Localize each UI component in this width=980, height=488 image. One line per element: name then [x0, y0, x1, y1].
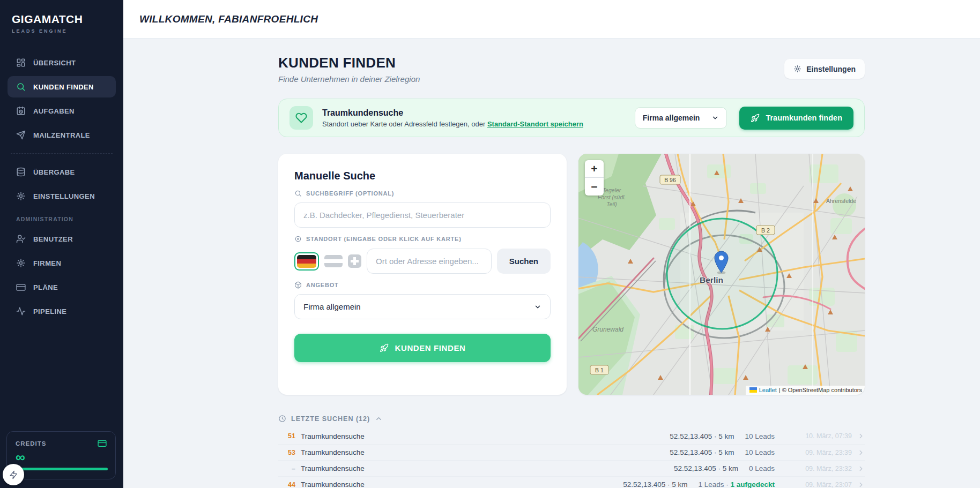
zoom-in-button[interactable]: +	[585, 160, 604, 178]
country-flag-switzerland[interactable]	[348, 254, 361, 268]
leaflet-link[interactable]: Leaflet	[759, 387, 777, 393]
sidebar-item-label: ÜBERGABE	[33, 168, 75, 176]
admin-section-label: ADMINISTRATION	[0, 209, 123, 226]
search-date: 10. März, 07:39	[786, 432, 852, 440]
search-date: 09. März, 23:32	[786, 465, 852, 472]
offer-select-value: Firma allgemein	[303, 302, 361, 311]
sidebar-nav: ÜBERSICHT KUNDEN FINDEN AUFGABEN MAILZEN…	[0, 52, 123, 322]
svg-text:B 2: B 2	[761, 227, 770, 234]
row-open-button[interactable]	[857, 481, 865, 488]
country-flag-germany[interactable]	[294, 252, 319, 271]
manual-search-title: Manuelle Suche	[294, 170, 551, 182]
search-leads: 10 Leads	[745, 448, 775, 456]
location-input[interactable]	[367, 249, 492, 274]
germany-flag-icon	[297, 255, 316, 268]
offer-select[interactable]: Firma allgemein	[294, 294, 551, 319]
gear-icon	[793, 65, 801, 73]
credit-card-icon	[98, 439, 107, 448]
activity-icon	[16, 306, 26, 316]
kunden-finden-button[interactable]: KUNDEN FINDEN	[294, 334, 551, 362]
settings-button-label: Einstellungen	[806, 65, 856, 73]
settings-button[interactable]: Einstellungen	[784, 59, 865, 79]
search-coords: 52.52,13.405 · 5 km	[670, 448, 734, 456]
banner-offer-select[interactable]: Firma allgemein	[635, 107, 727, 129]
banner-offer-select-value: Firma allgemein	[643, 114, 700, 122]
search-leads: 10 Leads	[745, 432, 775, 440]
recent-searches-header: LETZTE SUCHEN (12)	[278, 415, 865, 423]
country-flag-austria[interactable]	[324, 255, 343, 267]
recent-search-row[interactable]: 53 Traumkundensuche 52.52,13.405 · 5 km …	[278, 444, 865, 460]
recent-searches-title: LETZTE SUCHEN (12)	[291, 415, 370, 423]
zoom-out-button[interactable]: −	[585, 178, 604, 196]
chevron-down-icon	[711, 114, 719, 122]
search-icon	[294, 190, 302, 197]
map-label-ahrensfelde: Ahrensfelde	[826, 198, 856, 204]
welcome-message: WILLKOMMEN, FABIANFROEHLICH	[139, 13, 318, 25]
map-attribution: Leaflet | © OpenStreetMap contributors	[746, 386, 865, 395]
sidebar-item-firmen[interactable]: FIRMEN	[8, 252, 116, 274]
sidebar-item-uebergabe[interactable]: ÜBERGABE	[8, 161, 116, 183]
leads-count-badge: 53	[278, 449, 295, 456]
sidebar-item-aufgaben[interactable]: AUFGABEN	[8, 100, 116, 122]
search-coords: 52.52,13.405 · 5 km	[670, 432, 734, 440]
manual-search-card: Manuelle Suche SUCHBEGRIFF (OPTIONAL) ST…	[278, 154, 567, 395]
credit-card-icon	[16, 282, 26, 292]
row-open-button[interactable]	[857, 465, 865, 472]
chevron-right-icon	[857, 449, 865, 456]
sidebar-item-benutzer[interactable]: BENUTZER	[8, 228, 116, 250]
main-area: KUNDEN FINDEN Finde Unternehmen in deine…	[123, 39, 980, 488]
sidebar-item-uebersicht[interactable]: ÜBERSICHT	[8, 52, 116, 73]
user-check-icon	[16, 234, 26, 244]
sidebar-item-einstellungen[interactable]: EINSTELLUNGEN	[8, 185, 116, 207]
sidebar-item-plaene[interactable]: PLÄNE	[8, 276, 116, 298]
banner-subtitle-text: Standort ueber Karte oder Adressfeld fes…	[322, 120, 487, 128]
location-search-button[interactable]: Suchen	[497, 249, 551, 274]
sidebar-item-label: KUNDEN FINDEN	[33, 83, 94, 91]
package-icon	[294, 281, 302, 289]
top-bar: WILLKOMMEN, FABIANFROEHLICH	[123, 0, 980, 39]
search-leads: 0 Leads	[749, 464, 775, 472]
recent-search-row[interactable]: 44 Traumkundensuche 52.52,13.405 · 5 km …	[278, 476, 865, 488]
search-leads-revealed: 1 aufgedeckt	[730, 481, 775, 488]
calendar-clock-icon	[16, 106, 26, 116]
row-open-button[interactable]	[857, 449, 865, 456]
sidebar-item-label: PIPELINE	[33, 307, 66, 316]
collapse-recent-button[interactable]	[375, 415, 383, 423]
sidebar-item-kunden-finden[interactable]: KUNDEN FINDEN	[8, 76, 116, 97]
credits-label: CREDITS	[16, 440, 46, 447]
map[interactable]: B 96 B 2 B 1 Tegeler Forst (südl. Tei	[578, 154, 865, 395]
banner-subtitle: Standort ueber Karte oder Adressfeld fes…	[322, 120, 626, 128]
search-name: Traumkundensuche	[301, 464, 674, 472]
leads-count-badge: 51	[278, 432, 295, 440]
sidebar-item-mailzentrale[interactable]: MAILZENTRALE	[8, 124, 116, 146]
search-leads-count: 10 Leads	[745, 448, 775, 456]
svg-text:Tegeler: Tegeler	[603, 187, 621, 193]
search-coords: 52.52,13.405 · 5 km	[623, 481, 687, 488]
row-open-button[interactable]	[857, 432, 865, 440]
recent-search-row[interactable]: 51 Traumkundensuche 52.52,13.405 · 5 km …	[278, 428, 865, 444]
save-default-location-link[interactable]: Standard-Standort speichern	[487, 120, 583, 128]
osm-attribution-text: | © OpenStreetMap contributors	[779, 387, 862, 393]
sidebar-item-pipeline[interactable]: PIPELINE	[8, 301, 116, 322]
sidebar-item-label: FIRMEN	[33, 259, 61, 267]
traumkunden-finden-button[interactable]: Traumkunden finden	[739, 107, 853, 130]
offer-label: ANGEBOT	[294, 281, 551, 289]
sidebar-item-label: PLÄNE	[33, 283, 58, 291]
search-leads-count: 10 Leads	[745, 432, 775, 440]
logo-block: GIGAMATCH LEADS ENGINE	[0, 0, 123, 39]
recent-search-row[interactable]: – Traumkundensuche 52.52,13.405 · 5 km 0…	[278, 460, 865, 476]
sidebar-item-label: EINSTELLUNGEN	[33, 192, 95, 200]
location-label-text: STANDORT (EINGABE ODER KLICK AUF KARTE)	[306, 236, 462, 242]
credits-progress-bar	[21, 468, 108, 470]
svg-text:B 1: B 1	[595, 367, 604, 373]
rocket-icon	[380, 343, 389, 352]
search-leads: 1 Leads · 1 aufgedeckt	[698, 481, 775, 488]
sidebar-item-label: MAILZENTRALE	[33, 131, 90, 139]
heart-icon	[295, 112, 307, 124]
ukraine-flag-icon	[749, 387, 757, 393]
keyword-input[interactable]	[294, 202, 551, 228]
heart-tile	[289, 106, 313, 130]
lightning-icon	[9, 470, 18, 479]
lightning-badge[interactable]	[3, 464, 24, 485]
search-icon	[16, 82, 26, 92]
